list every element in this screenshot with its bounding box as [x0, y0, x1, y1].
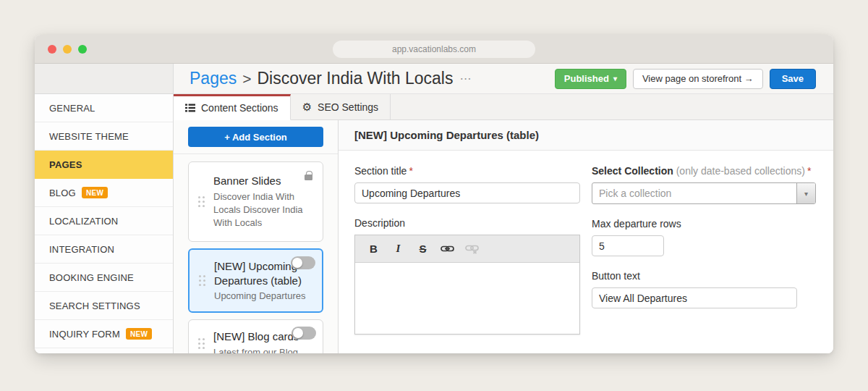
tab-seo-settings[interactable]: ⚙ SEO Settings — [291, 94, 391, 119]
max-rows-input[interactable] — [592, 235, 664, 256]
italic-button[interactable]: I — [388, 239, 409, 259]
maximize-button[interactable] — [78, 45, 87, 54]
select-caret-button[interactable]: ▾ — [796, 183, 815, 203]
section-card-blog-cards[interactable]: [NEW] Blog cards Latest from our Blog — [188, 319, 323, 353]
lock-icon — [305, 175, 312, 180]
link-icon — [441, 244, 454, 253]
sidebar-item-integration[interactable]: INTEGRATION — [35, 235, 173, 264]
published-label: Published — [564, 73, 609, 84]
button-text-input[interactable] — [592, 287, 797, 308]
required-asterisk: * — [807, 165, 811, 177]
tab-label: SEO Settings — [318, 101, 378, 113]
section-card-upcoming-departures[interactable]: [NEW] Upcoming Departures (table) Upcomi… — [188, 248, 323, 313]
chevron-down-icon: ▾ — [804, 190, 808, 198]
tab-bar: Content Sections ⚙ SEO Settings — [174, 94, 833, 120]
unlink-button[interactable] — [461, 239, 482, 259]
collection-select[interactable]: Pick a collection ▾ — [592, 182, 816, 204]
breadcrumb-separator: > — [242, 70, 251, 88]
description-label: Description — [354, 217, 580, 229]
section-title-input[interactable] — [354, 182, 580, 203]
new-badge: NEW — [126, 328, 152, 340]
description-editor-area[interactable] — [355, 263, 579, 334]
browser-window: app.vacationlabs.com GENERAL WEBSITE THE… — [35, 35, 833, 353]
section-card-subtitle: Upcoming Departures — [214, 290, 313, 303]
sidebar-item-search-settings[interactable]: SEARCH SETTINGS — [35, 292, 173, 320]
browser-chrome: app.vacationlabs.com — [35, 35, 833, 64]
section-visibility-toggle[interactable] — [291, 256, 315, 269]
list-icon — [185, 104, 195, 112]
section-visibility-toggle[interactable] — [292, 327, 316, 340]
sidebar-item-label: INTEGRATION — [49, 244, 114, 255]
description-rich-text-editor: B I S — [354, 235, 580, 335]
sidebar-item-label: INQUIRY FORM — [49, 329, 120, 340]
sidebar-item-label: GENERAL — [49, 103, 95, 114]
section-card-subtitle: Latest from our Blog — [213, 346, 314, 353]
collection-select-placeholder: Pick a collection — [592, 183, 796, 203]
sidebar-item-label: PAGES — [49, 159, 82, 170]
sidebar-item-label: WEBSITE THEME — [49, 131, 129, 142]
select-collection-label: Select Collection (only date-based colle… — [592, 165, 816, 177]
sidebar-top-spacer — [35, 64, 173, 94]
title-overflow-menu[interactable]: ⋯ — [459, 72, 471, 85]
sidebar-item-label: SEARCH SETTINGS — [49, 300, 140, 311]
editor-toolbar: B I S — [355, 235, 579, 263]
page-header: Pages > Discover India With Locals ⋯ Pub… — [174, 64, 833, 94]
section-editor-heading: [NEW] Upcoming Departures (table) — [339, 120, 833, 151]
add-section-button[interactable]: + Add Section — [188, 127, 323, 147]
sidebar-item-blog[interactable]: BLOG NEW — [35, 179, 173, 207]
sidebar-item-label: BOOKING ENGINE — [49, 272, 134, 283]
drag-handle-icon[interactable] — [198, 196, 205, 208]
close-button[interactable] — [48, 45, 56, 54]
gear-icon: ⚙ — [302, 101, 312, 112]
drag-handle-icon[interactable] — [198, 338, 205, 350]
sidebar-item-general[interactable]: GENERAL — [35, 94, 173, 122]
page-title: Discover India With Locals — [257, 69, 453, 88]
breadcrumb-pages-link[interactable]: Pages — [190, 69, 237, 88]
strikethrough-button[interactable]: S — [412, 239, 433, 259]
sidebar-item-pages[interactable]: PAGES — [35, 151, 173, 179]
sidebar-item-booking-engine[interactable]: BOOKING ENGINE — [35, 264, 173, 292]
section-title-label: Section title* — [354, 165, 580, 177]
required-asterisk: * — [409, 165, 412, 177]
view-storefront-button[interactable]: View page on storefront → — [633, 69, 763, 89]
button-text-label: Button text — [592, 270, 816, 282]
section-card-title: Banner Slides — [213, 174, 314, 188]
minimize-button[interactable] — [63, 45, 72, 54]
address-bar[interactable]: app.vacationlabs.com — [333, 41, 535, 58]
save-button[interactable]: Save — [770, 69, 816, 89]
tab-content-sections[interactable]: Content Sections — [174, 94, 291, 120]
bold-button[interactable]: B — [363, 239, 384, 259]
sidebar-item-label: LOCALIZATION — [49, 216, 118, 227]
new-badge: NEW — [82, 187, 108, 198]
section-card-subtitle: Discover India With Locals Discover Indi… — [213, 190, 314, 230]
section-editor-panel: [NEW] Upcoming Departures (table) Sectio… — [339, 120, 833, 353]
section-card-banner-slides[interactable]: Banner Slides Discover India With Locals… — [188, 161, 323, 242]
collection-hint: (only date-based collections) — [676, 165, 805, 177]
sidebar-item-label: BLOG — [49, 188, 76, 198]
published-dropdown-button[interactable]: Published ▾ — [555, 69, 626, 89]
sidebar-item-localization[interactable]: LOCALIZATION — [35, 207, 173, 235]
chevron-down-icon: ▾ — [613, 75, 617, 83]
unlink-icon — [465, 244, 479, 254]
sidebar-item-inquiry-form[interactable]: INQUIRY FORM NEW — [35, 320, 173, 348]
drag-handle-icon[interactable] — [199, 275, 205, 287]
max-rows-label: Max departure rows — [592, 218, 816, 230]
sections-list-panel: + Add Section Banner Slides Discover Ind… — [174, 120, 339, 353]
window-controls — [48, 45, 87, 54]
sidebar-item-website-theme[interactable]: WEBSITE THEME — [35, 122, 173, 151]
tab-label: Content Sections — [201, 102, 278, 114]
settings-sidebar: GENERAL WEBSITE THEME PAGES BLOG NEW LOC… — [35, 64, 174, 353]
link-button[interactable] — [437, 239, 458, 259]
